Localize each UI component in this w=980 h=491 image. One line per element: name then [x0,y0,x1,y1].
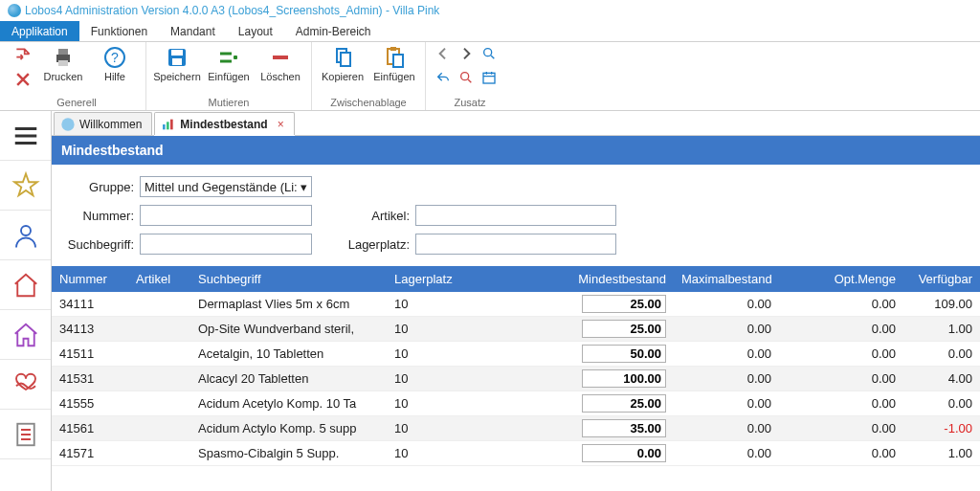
cell-lagerplatz: 10 [387,441,568,466]
paste-button[interactable]: Einfügen [369,44,419,96]
svg-rect-10 [341,53,350,66]
cell-min [568,441,674,466]
min-input[interactable] [582,394,666,413]
col-suchbegriff[interactable]: Suchbegriff [190,266,387,292]
artikel-label: Artikel: [316,209,412,223]
zoom2-icon[interactable] [458,70,474,88]
cell-suchbegriff: Alcacyl 20 Tabletten [190,367,387,391]
svg-point-19 [61,118,74,130]
menu-admin-bereich[interactable]: Admin-Bereich [284,21,383,41]
nummer-input[interactable] [140,205,312,226]
print-button[interactable]: Drucken [38,44,88,96]
cell-suchbegriff: Acidum Acetylo Komp. 10 Ta [190,391,387,416]
table-row[interactable]: 41571Spasmo-Cibalgin 5 Supp.100.000.001.… [52,441,980,466]
tab-mindestbestand[interactable]: Mindestbestand × [154,112,294,135]
sidebar-care-button[interactable] [0,360,51,410]
sidebar-document-button[interactable] [0,410,51,459]
help-button[interactable]: ? Hilfe [90,44,140,96]
svg-rect-13 [393,55,403,67]
col-artikel[interactable]: Artikel [128,266,190,292]
sidebar-menu-button[interactable] [0,111,51,161]
cell-opt: 0.00 [779,292,903,317]
panel-header: Mindestbestand [52,136,980,165]
cell-artikel [128,391,190,416]
cell-nummer: 41511 [52,342,128,367]
lagerplatz-input[interactable] [415,234,616,255]
cell-min [568,367,674,391]
col-nummer[interactable]: Nummer [52,266,128,292]
sidebar-favorites-button[interactable] [0,161,51,211]
min-input[interactable] [582,320,666,338]
cell-lagerplatz: 10 [387,391,568,416]
col-mindestbestand[interactable]: Mindestbestand [568,266,674,292]
cell-min [568,317,674,342]
copy-button[interactable]: Kopieren [318,44,368,96]
artikel-input[interactable] [415,205,616,226]
delete-label: Löschen [260,71,301,82]
cell-lagerplatz: 10 [387,342,568,367]
col-maximalbestand[interactable]: Maximalbestand [674,266,779,292]
zoom-icon[interactable] [481,46,497,64]
col-optmenge[interactable]: Opt.Menge [779,266,903,292]
min-input[interactable] [582,369,666,388]
cell-opt: 0.00 [779,317,903,342]
col-verfuegbar[interactable]: Verfügbar [903,266,980,292]
gruppe-value: Mittel und Gegenstände (Li: [145,180,298,194]
table-row[interactable]: 41555Acidum Acetylo Komp. 10 Ta100.000.0… [52,391,980,416]
cell-verf: 0.00 [903,391,980,416]
menu-mandant[interactable]: Mandant [159,21,227,41]
table-header-row: Nummer Artikel Suchbegriff Lagerplatz Mi… [52,266,980,292]
table-body: 34111Dermaplast Vlies 5m x 6cm100.000.00… [52,292,980,466]
ribbon-group-mutieren: Speichern Einfügen Löschen Mutieren [146,42,312,110]
cell-verf: 4.00 [903,367,980,391]
undo-icon[interactable] [435,70,451,88]
main-area: Willkommen Mindestbestand × Mindestbesta… [52,111,980,491]
save-label: Speichern [153,71,201,82]
menu-applikation[interactable]: Applikation [0,21,79,41]
tab-willkommen[interactable]: Willkommen [54,112,152,135]
insert-button[interactable]: Einfügen [204,44,254,96]
ribbon: Drucken ? Hilfe Generell Speichern Einfü… [0,42,980,111]
close-icon[interactable] [13,70,33,89]
sidebar-user-button[interactable] [0,211,51,260]
cell-nummer: 34113 [52,317,128,342]
cell-nummer: 41555 [52,391,128,416]
delete-button[interactable]: Löschen [256,44,305,96]
svg-rect-20 [163,124,166,129]
cell-max: 0.00 [674,342,779,367]
table-row[interactable]: 41511Acetalgin, 10 Tabletten100.000.000.… [52,342,980,367]
sidebar [0,111,52,491]
nav-prev-icon[interactable] [435,46,451,64]
cell-verf: -1.00 [903,416,980,441]
panel-title: Mindestbestand [61,143,164,158]
cell-suchbegriff: Op-Site Wundverband steril, [190,317,387,342]
tab-close-icon[interactable]: × [278,118,284,131]
table-row[interactable]: 34113Op-Site Wundverband steril,100.000.… [52,317,980,342]
min-input[interactable] [582,419,666,437]
table-row[interactable]: 41561Acidum Actylo Komp. 5 supp100.000.0… [52,416,980,441]
data-table: Nummer Artikel Suchbegriff Lagerplatz Mi… [52,266,980,466]
sidebar-building-button[interactable] [0,310,51,360]
min-input[interactable] [582,295,666,313]
min-input[interactable] [582,444,666,462]
svg-rect-16 [483,73,495,83]
nav-next-icon[interactable] [458,46,474,64]
save-button[interactable]: Speichern [152,44,202,96]
suchbegriff-input[interactable] [140,234,312,255]
cell-min [568,292,674,317]
calendar-icon[interactable] [481,70,497,88]
save-icon [166,46,189,69]
ribbon-group-label-mutieren: Mutieren [152,96,305,110]
table-row[interactable]: 34111Dermaplast Vlies 5m x 6cm100.000.00… [52,292,980,317]
menu-funktionen[interactable]: Funktionen [79,21,159,41]
cell-nummer: 41531 [52,367,128,391]
menu-layout[interactable]: Layout [227,21,284,41]
min-input[interactable] [582,345,666,363]
svg-point-17 [21,226,31,235]
table-row[interactable]: 41531Alcacyl 20 Tabletten100.000.004.00 [52,367,980,391]
sidebar-home-button[interactable] [0,260,51,310]
export-icon[interactable] [13,46,33,65]
gruppe-select[interactable]: Mittel und Gegenstände (Li: ▾ [140,176,312,197]
cell-artikel [128,292,190,317]
col-lagerplatz[interactable]: Lagerplatz [387,266,568,292]
